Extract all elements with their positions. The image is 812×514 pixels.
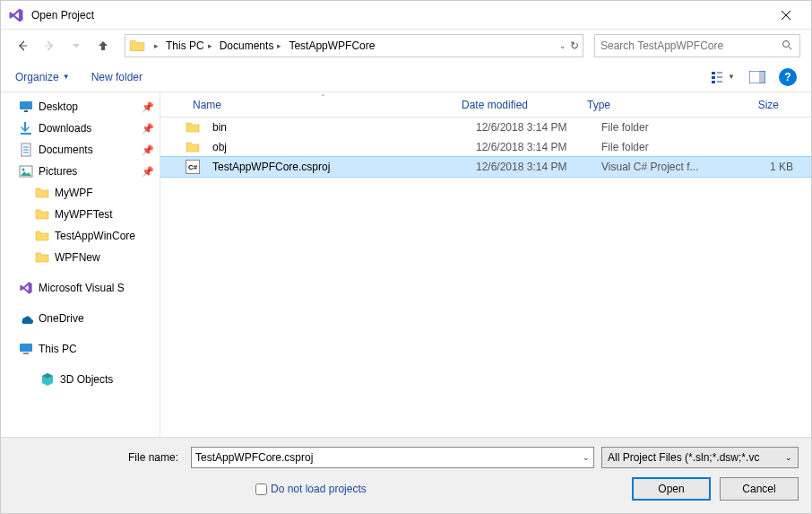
svg-rect-7 xyxy=(24,110,28,112)
chevron-right-icon[interactable]: ▸ xyxy=(154,41,159,50)
svg-rect-6 xyxy=(20,101,32,109)
refresh-button[interactable]: ↻ xyxy=(570,39,579,52)
file-type: Visual C# Project f... xyxy=(594,161,738,173)
up-button[interactable] xyxy=(92,35,114,57)
sidebar-item[interactable]: Pictures📌 xyxy=(1,161,160,182)
chevron-right-icon[interactable]: ▸ xyxy=(277,41,281,50)
svg-rect-13 xyxy=(23,353,29,354)
file-type: File folder xyxy=(594,121,738,134)
svg-rect-1 xyxy=(712,72,715,74)
forward-button[interactable] xyxy=(39,35,60,57)
help-button[interactable]: ? xyxy=(779,68,797,86)
search-input[interactable] xyxy=(600,39,782,52)
nav-bar: ▸This PC ▸Documents ▸TestAppWPFCore ⌄ ↻ xyxy=(1,30,811,62)
svg-rect-8 xyxy=(21,133,31,135)
do-not-load-checkbox[interactable]: Do not load projects xyxy=(255,483,367,495)
footer: File name: ⌄ All Project Files (*.sln;*.… xyxy=(1,437,811,513)
column-header-row: Name⌃ Date modified Type Size xyxy=(160,92,811,118)
sidebar-item[interactable]: 3D Objects xyxy=(1,369,160,390)
csproj-icon: C# xyxy=(186,160,200,174)
file-row[interactable]: C#TestAppWPFCore.csproj12/6/2018 3:14 PM… xyxy=(160,157,811,177)
sidebar-item-label: Pictures xyxy=(39,165,77,178)
file-type: File folder xyxy=(594,141,738,153)
checkbox-input[interactable] xyxy=(255,484,267,495)
filename-field[interactable]: ⌄ xyxy=(191,447,594,468)
onedrive-icon xyxy=(19,311,33,326)
file-size: 1 KB xyxy=(738,161,800,173)
folder-icon xyxy=(35,186,49,200)
svg-rect-3 xyxy=(712,81,715,83)
path-segment[interactable]: TestAppWPFCore xyxy=(289,39,375,52)
file-row[interactable]: obj12/6/2018 3:14 PMFile folder xyxy=(160,137,811,157)
organize-button[interactable]: Organize ▼ xyxy=(15,71,70,83)
address-bar[interactable]: ▸This PC ▸Documents ▸TestAppWPFCore ⌄ ↻ xyxy=(125,34,583,57)
back-button[interactable] xyxy=(12,35,33,57)
column-date[interactable]: Date modified xyxy=(454,99,580,111)
sidebar-item[interactable]: MyWPFTest xyxy=(1,204,160,225)
folder-icon xyxy=(35,207,49,222)
sidebar-item[interactable]: Microsoft Visual S xyxy=(1,277,160,299)
file-type-filter[interactable]: All Project Files (*.sln;*.dsw;*.vc ⌄ xyxy=(601,447,799,468)
sidebar[interactable]: Desktop📌Downloads📌Documents📌Pictures📌MyW… xyxy=(1,92,160,437)
file-name: obj xyxy=(205,141,469,153)
3d-icon xyxy=(40,372,55,387)
filename-input[interactable] xyxy=(195,451,583,464)
close-button[interactable] xyxy=(768,2,804,29)
search-icon[interactable] xyxy=(782,39,794,53)
column-size[interactable]: Size xyxy=(723,99,786,111)
svg-rect-2 xyxy=(712,76,715,79)
sidebar-item[interactable]: WPFNew xyxy=(1,247,160,268)
view-list-icon xyxy=(712,71,728,83)
pin-icon: 📌 xyxy=(142,166,154,178)
pin-icon: 📌 xyxy=(142,101,154,113)
sidebar-item-label: Microsoft Visual S xyxy=(39,282,125,294)
sidebar-item[interactable]: Desktop📌 xyxy=(1,96,160,118)
sidebar-item-label: Documents xyxy=(39,144,93,156)
pin-icon: 📌 xyxy=(142,123,154,135)
file-name: bin xyxy=(205,121,469,134)
preview-pane-icon xyxy=(749,71,765,83)
pictures-icon xyxy=(19,164,33,179)
chevron-right-icon[interactable]: ▸ xyxy=(208,41,212,50)
sidebar-item[interactable]: Documents📌 xyxy=(1,139,160,161)
path-segment[interactable]: Documents xyxy=(220,39,274,52)
body: Desktop📌Downloads📌Documents📌Pictures📌MyW… xyxy=(1,92,811,437)
new-folder-button[interactable]: New folder xyxy=(91,71,143,83)
path-segment[interactable]: This PC xyxy=(166,39,204,52)
download-icon xyxy=(19,121,33,135)
filter-text: All Project Files (*.sln;*.dsw;*.vc xyxy=(608,451,759,464)
sidebar-item[interactable]: TestAppWinCore xyxy=(1,225,160,247)
sidebar-item-label: MyWPFTest xyxy=(55,208,113,221)
cancel-button[interactable]: Cancel xyxy=(720,477,799,501)
sidebar-item[interactable]: Downloads📌 xyxy=(1,118,160,139)
column-name[interactable]: Name⌃ xyxy=(186,99,454,111)
thispc-icon xyxy=(19,342,33,356)
path-dropdown[interactable]: ⌄ xyxy=(559,41,566,50)
file-date: 12/6/2018 3:14 PM xyxy=(469,141,594,153)
sidebar-item[interactable]: This PC xyxy=(1,338,160,360)
chevron-down-icon: ⌄ xyxy=(785,453,792,462)
arrow-up-icon xyxy=(96,39,110,53)
sidebar-item-label: 3D Objects xyxy=(60,373,113,386)
recent-dropdown[interactable] xyxy=(65,35,87,57)
filename-dropdown[interactable]: ⌄ xyxy=(583,453,590,462)
visual-studio-icon xyxy=(8,7,24,23)
open-button[interactable]: Open xyxy=(632,477,711,501)
view-options-button[interactable]: ▼ xyxy=(711,67,736,87)
sidebar-item-label: This PC xyxy=(39,343,77,355)
folder-icon xyxy=(129,38,145,54)
close-icon xyxy=(781,10,791,21)
svg-rect-12 xyxy=(20,344,32,352)
search-box[interactable] xyxy=(594,34,800,57)
svg-point-0 xyxy=(783,40,790,47)
preview-pane-button[interactable] xyxy=(745,67,770,87)
filename-label: File name: xyxy=(13,451,184,464)
sidebar-item[interactable]: OneDrive xyxy=(1,308,160,329)
file-row[interactable]: bin12/6/2018 3:14 PMFile folder xyxy=(160,118,811,137)
document-icon xyxy=(19,143,33,157)
sidebar-item[interactable]: MyWPF xyxy=(1,182,160,204)
arrow-right-icon xyxy=(42,39,56,53)
file-name: TestAppWPFCore.csproj xyxy=(205,161,469,173)
column-type[interactable]: Type xyxy=(580,99,723,111)
sort-asc-icon: ⌃ xyxy=(320,93,326,101)
